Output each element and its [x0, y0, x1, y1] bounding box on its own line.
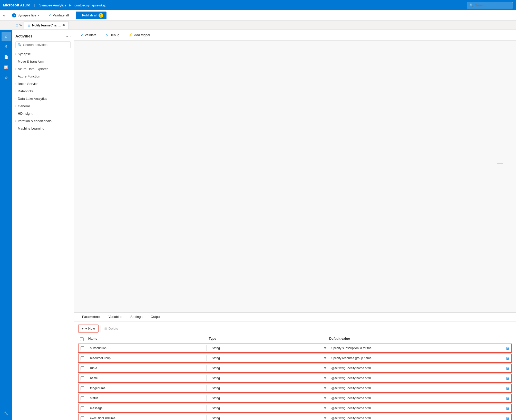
row-check-col-5 — [81, 396, 86, 400]
group-label: Data Lake Analytics — [18, 97, 47, 101]
activity-group-azure-data-explorer[interactable]: ›Azure Data Explorer — [12, 65, 74, 73]
document-sidebar-btn[interactable]: 📄 — [2, 52, 11, 62]
activity-group-databricks[interactable]: ›Databricks — [12, 87, 74, 95]
row-type-col-2: String Int Float Bool Array Object — [209, 365, 329, 371]
activity-group-general[interactable]: ›General — [12, 102, 74, 110]
param-default-value-6: @activity('Specify name of th — [331, 406, 505, 410]
monitor-sidebar-btn[interactable]: ⊙ — [2, 73, 11, 82]
activity-group-azure-function[interactable]: ›Azure Function — [12, 73, 74, 80]
group-chevron-icon: › — [15, 105, 16, 108]
tool-sidebar-btn[interactable]: 🔧 — [2, 409, 11, 418]
param-name-input-7[interactable] — [88, 415, 207, 420]
pipeline-tab[interactable]: ⊞ NotifyTeamsChan... — [24, 21, 69, 29]
row-checkbox-1[interactable] — [81, 356, 84, 360]
tab-expand-icon[interactable]: ≫ — [19, 23, 23, 27]
expand-collapse-btn[interactable]: « — [3, 13, 5, 17]
activity-group-synapse[interactable]: ›Synapse — [12, 50, 74, 58]
row-checkbox-0[interactable] — [81, 346, 84, 350]
activities-search-input[interactable] — [23, 43, 68, 47]
activity-group-data-lake-analytics[interactable]: ›Data Lake Analytics — [12, 95, 74, 102]
new-param-btn[interactable]: + + New — [78, 325, 99, 333]
add-trigger-btn[interactable]: ⚡ Add trigger — [126, 32, 153, 38]
param-delete-btn-1[interactable]: 🗑 — [506, 356, 509, 360]
group-label: Batch Service — [18, 82, 38, 86]
data-sidebar-icon: 📊 — [4, 65, 8, 69]
default-col-header: Default value — [329, 337, 510, 340]
row-checkbox-6[interactable] — [81, 406, 84, 410]
bottom-panel: ParametersVariablesSettingsOutput + + Ne… — [74, 312, 516, 420]
param-type-select-1[interactable]: String Int Float Bool Array Object — [210, 355, 328, 361]
row-name-col-3 — [88, 375, 207, 381]
param-default-value-5: @activity('Specify name of th — [331, 396, 505, 400]
row-type-col-5: String Int Float Bool Array Object — [209, 395, 329, 401]
activity-group-hdinsight[interactable]: ›HDInsight — [12, 110, 74, 117]
param-name-input-3[interactable] — [88, 375, 207, 381]
param-row-2: String Int Float Bool Array Object @acti… — [78, 364, 512, 373]
param-delete-btn-2[interactable]: 🗑 — [506, 366, 509, 370]
row-checkbox-4[interactable] — [81, 386, 84, 390]
delete-param-btn[interactable]: 🗑 Delete — [101, 325, 122, 332]
activity-group-iteration-and-conditionals[interactable]: ›Iteration & conditionals — [12, 117, 74, 125]
home-icon[interactable]: ⌂ — [15, 22, 18, 28]
tab-settings[interactable]: Settings — [126, 313, 147, 321]
validate-btn[interactable]: ✓ Validate — [78, 32, 99, 38]
debug-btn[interactable]: ▷ Debug — [103, 32, 122, 38]
home-sidebar-btn[interactable]: ⌂ — [2, 32, 11, 41]
row-default-col-0: Specify subscription id for the 🗑 — [331, 346, 509, 350]
main-layout: ⌂ 🗄 📄 📊 ⊙ 🔧 Activities ‹‹ › 🔍 — [0, 30, 516, 420]
param-type-select-5[interactable]: String Int Float Bool Array Object — [210, 395, 328, 401]
plus-icon: + — [82, 327, 84, 330]
row-checkbox-5[interactable] — [81, 396, 84, 400]
row-checkbox-3[interactable] — [81, 376, 84, 380]
activities-list: ›Synapse›Move & transform›Azure Data Exp… — [12, 50, 74, 420]
synapse-live-btn[interactable]: S Synapse live ▾ — [9, 12, 42, 19]
top-bar-nav-synapse[interactable]: Synapse Analytics — [39, 3, 66, 7]
expand-icon[interactable]: › — [69, 34, 71, 38]
param-type-select-2[interactable]: String Int Float Bool Array Object — [210, 365, 328, 371]
param-type-select-7[interactable]: String Int Float Bool Array Object — [210, 415, 328, 420]
new-param-label: + New — [85, 327, 95, 330]
param-name-input-0[interactable] — [88, 345, 207, 351]
param-delete-btn-6[interactable]: 🗑 — [506, 406, 509, 410]
param-type-select-3[interactable]: String Int Float Bool Array Object — [210, 375, 328, 381]
select-all-checkbox[interactable] — [80, 337, 84, 341]
top-bar-nav-workspace[interactable]: contososynapsewksp — [74, 3, 106, 7]
param-name-input-6[interactable] — [88, 405, 207, 411]
publish-all-btn[interactable]: ↑ Publish all 1 — [76, 12, 106, 19]
param-name-input-4[interactable] — [88, 385, 207, 391]
param-type-select-6[interactable]: String Int Float Bool Array Object — [210, 405, 328, 411]
canvas-main — [74, 41, 516, 312]
param-default-value-1: Specify resource group name — [331, 356, 505, 360]
param-name-input-1[interactable] — [88, 355, 207, 361]
top-bar-search[interactable]: 🔍 — [467, 2, 513, 8]
tab-variables[interactable]: Variables — [104, 313, 126, 321]
activity-group-machine-learning[interactable]: ›Machine Learning — [12, 125, 74, 132]
tab-output[interactable]: Output — [147, 313, 165, 321]
param-delete-btn-5[interactable]: 🗑 — [506, 396, 509, 400]
tab-parameters[interactable]: Parameters — [78, 313, 104, 321]
param-name-input-2[interactable] — [88, 365, 207, 371]
row-checkbox-7[interactable] — [81, 416, 84, 420]
database-sidebar-btn[interactable]: 🗄 — [2, 42, 11, 51]
row-checkbox-2[interactable] — [81, 366, 84, 370]
param-type-select-4[interactable]: String Int Float Bool Array Object — [210, 385, 328, 391]
collapse-icon[interactable]: ‹‹ — [66, 34, 68, 38]
param-delete-btn-3[interactable]: 🗑 — [506, 376, 509, 380]
validate-all-btn[interactable]: ✓ Validate all — [46, 12, 72, 18]
search-box[interactable]: 🔍 — [15, 41, 71, 48]
param-delete-btn-7[interactable]: 🗑 — [506, 416, 509, 420]
activity-group-move-and-transform[interactable]: ›Move & transform — [12, 58, 74, 65]
param-delete-btn-4[interactable]: 🗑 — [506, 386, 509, 390]
row-check-col-6 — [81, 406, 86, 410]
delete-param-label: Delete — [109, 327, 118, 330]
param-name-input-5[interactable] — [88, 395, 207, 401]
pipeline-icon: ⊞ — [27, 23, 31, 27]
param-type-select-0[interactable]: String Int Float Bool Array Object — [210, 345, 328, 351]
activity-group-batch-service[interactable]: ›Batch Service — [12, 80, 74, 87]
global-search-input[interactable] — [475, 3, 510, 7]
trigger-bolt-icon: ⚡ — [129, 33, 133, 37]
data-sidebar-btn[interactable]: 📊 — [2, 63, 11, 72]
param-delete-btn-0[interactable]: 🗑 — [506, 346, 509, 350]
group-chevron-icon: › — [15, 120, 16, 122]
publish-icon: ↑ — [79, 13, 81, 17]
